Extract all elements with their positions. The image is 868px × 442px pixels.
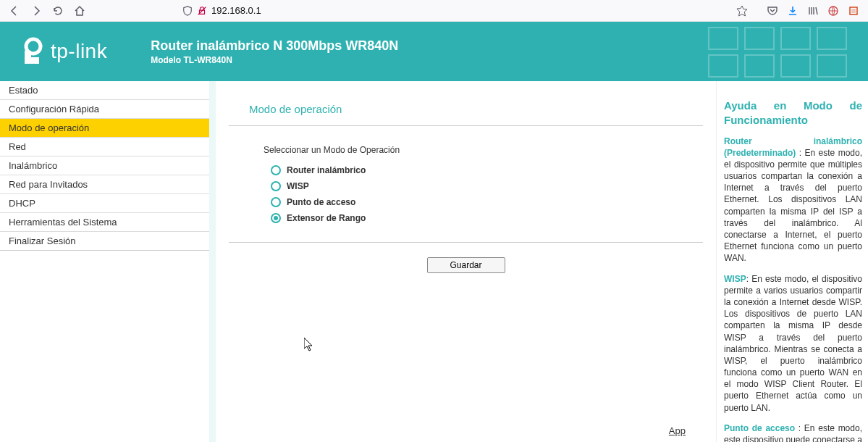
sidebar-item-modo-operacion[interactable]: Modo de operación: [0, 119, 209, 138]
svg-rect-11: [781, 55, 810, 77]
radio-label: Punto de acceso: [287, 197, 355, 207]
extension-box-icon[interactable]: [845, 2, 862, 20]
radio-label: WISP: [287, 181, 309, 191]
svg-rect-8: [817, 28, 846, 49]
url-bar[interactable]: 192.168.0.1: [177, 1, 754, 20]
radio-icon: [271, 197, 281, 207]
sidebar-item-herramientas[interactable]: Herramientas del Sistema: [0, 213, 209, 232]
forward-icon[interactable]: [28, 2, 45, 20]
home-icon[interactable]: [71, 2, 88, 20]
sidebar-item-config-rapida[interactable]: Configuración Rápida: [0, 100, 209, 119]
downloads-icon[interactable]: [784, 2, 801, 20]
help-paragraph-wisp: WISP: En este modo, el dispositivo permi…: [724, 273, 862, 414]
app-header: tp-link Router inalámbrico N 300Mbps WR8…: [0, 22, 868, 81]
sidebar-item-estado[interactable]: Estado: [0, 81, 209, 100]
radio-extensor-rango[interactable]: Extensor de Rango: [264, 210, 703, 226]
main-content: Modo de operación Seleccionar un Modo de…: [216, 81, 716, 442]
radio-icon: [271, 213, 281, 223]
sidebar-item-logout[interactable]: Finalizar Sesión: [0, 232, 209, 251]
lock-slash-icon: [197, 6, 207, 16]
help-paragraph-ap: Punto de acceso : En este modo, este dis…: [724, 422, 862, 442]
help-paragraph-router: Router inalámbrico (Predeterminado) : En…: [724, 135, 862, 264]
sidebar-item-inalambrico[interactable]: Inalámbrico: [0, 157, 209, 175]
back-icon[interactable]: [6, 2, 23, 20]
brand-logo: tp-link: [16, 36, 107, 67]
help-panel: Ayuda en Modo de Funcionamiento Router i…: [716, 81, 868, 442]
url-text: 192.168.0.1: [211, 5, 261, 16]
svg-rect-12: [817, 55, 846, 77]
svg-rect-10: [745, 55, 774, 77]
extension-globe-icon[interactable]: [825, 2, 842, 20]
radio-wisp[interactable]: WISP: [264, 178, 703, 194]
radio-label: Extensor de Rango: [287, 213, 366, 223]
radio-router-inalambrico[interactable]: Router inalámbrico: [264, 162, 703, 178]
pocket-icon[interactable]: [764, 2, 781, 20]
product-title: Router inalámbrico N 300Mbps WR840N: [151, 38, 398, 54]
app-link[interactable]: App: [669, 425, 686, 436]
sidebar-item-red-invitados[interactable]: Red para Invitados: [0, 175, 209, 194]
tplink-mark-icon: [16, 36, 46, 67]
sidebar-item-dhcp[interactable]: DHCP: [0, 194, 209, 213]
svg-rect-6: [745, 28, 774, 49]
radio-punto-acceso[interactable]: Punto de acceso: [264, 194, 703, 210]
header-pattern-icon: [701, 22, 868, 81]
save-button[interactable]: Guardar: [427, 257, 505, 273]
radio-icon: [271, 165, 281, 175]
help-title: Ayuda en Modo de Funcionamiento: [724, 99, 862, 128]
svg-rect-7: [781, 28, 810, 49]
svg-rect-5: [709, 28, 738, 49]
library-icon[interactable]: [804, 2, 822, 20]
sidebar-item-red[interactable]: Red: [0, 138, 209, 157]
page-title: Modo de operación: [229, 103, 703, 126]
reload-icon[interactable]: [49, 2, 67, 20]
svg-rect-4: [25, 57, 39, 64]
sidebar: Estado Configuración Rápida Modo de oper…: [0, 81, 210, 442]
brand-text: tp-link: [51, 40, 107, 63]
shield-icon: [182, 6, 193, 16]
radio-label: Router inalámbrico: [287, 165, 366, 175]
browser-toolbar: 192.168.0.1: [0, 0, 868, 22]
radio-icon: [271, 181, 281, 191]
bookmark-star-icon[interactable]: [736, 5, 748, 17]
form-label: Seleccionar un Modo de Operación: [264, 145, 703, 155]
svg-rect-9: [709, 55, 738, 77]
product-subtitle: Modelo TL-WR840N: [151, 55, 398, 65]
